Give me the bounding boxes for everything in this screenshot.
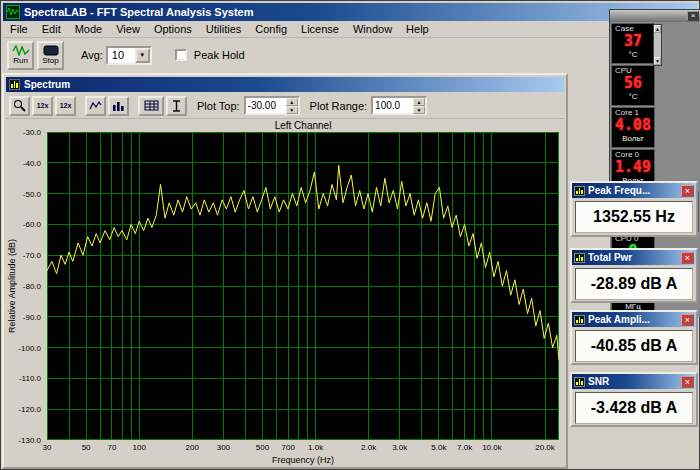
x-tick-label: 50 <box>82 443 91 452</box>
chevron-down-icon[interactable]: ▼ <box>135 48 150 63</box>
close-icon[interactable]: × <box>681 252 694 264</box>
menu-utilities[interactable]: Utilities <box>199 21 248 37</box>
x-tick-label: 10.0k <box>482 443 502 452</box>
i-beam-icon <box>172 100 181 112</box>
meter-titlebar[interactable]: Peak Frequ... × <box>572 183 696 198</box>
y-tick-label: -60.0 <box>23 220 41 229</box>
spin-down-icon[interactable]: ▼ <box>413 106 425 114</box>
menu-edit[interactable]: Edit <box>35 21 68 37</box>
y-tick-label: -30.0 <box>23 128 41 137</box>
avg-value: 10 <box>108 49 135 61</box>
spectrum-plot[interactable] <box>47 132 559 440</box>
line-chart-icon <box>89 100 102 111</box>
monitor-cell-core1-volt: Core 1 4.08 Вольт <box>611 107 655 148</box>
close-icon[interactable]: × <box>681 376 694 388</box>
y-tick-label: -50.0 <box>23 190 41 199</box>
spectrum-toolbar: 12x 12x Plot Top: ▲ ▼ <box>6 93 564 119</box>
menu-window[interactable]: Window <box>346 21 399 37</box>
menu-options[interactable]: Options <box>147 21 199 37</box>
meter-titlebar[interactable]: Total Pwr × <box>572 250 696 265</box>
meter-icon <box>574 315 585 325</box>
zoom-y-button[interactable]: 12x <box>55 96 76 116</box>
monitor-scrollbar[interactable]: ▲ ▼ <box>653 24 662 66</box>
meter-titlebar[interactable]: SNR × <box>572 374 696 389</box>
y-tick-label: -70.0 <box>23 251 41 260</box>
plot-top-input[interactable] <box>246 98 286 113</box>
toolbar-separator <box>131 97 136 115</box>
stop-button[interactable]: Stop <box>37 41 64 70</box>
menu-config[interactable]: Config <box>248 21 294 37</box>
channel-label: Left Channel <box>47 120 559 131</box>
app-titlebar[interactable]: SpectraLAB - FFT Spectral Analysis Syste… <box>3 3 697 21</box>
x-tick-label: 70 <box>107 443 116 452</box>
meter-icon <box>574 253 585 263</box>
meter-total-power: Total Pwr × -28.89 dB A <box>570 248 698 303</box>
meter-peak-amplitude: Peak Ampli... × -40.85 dB A <box>570 310 698 365</box>
monitor-titlebar[interactable]: × <box>610 10 700 22</box>
peak-hold-checkbox[interactable] <box>175 49 187 61</box>
spin-up-icon[interactable]: ▲ <box>286 98 298 106</box>
spin-down-icon[interactable]: ▼ <box>286 106 298 114</box>
arrow-up-icon[interactable]: ▲ <box>654 25 661 33</box>
y-tick-label: -120.0 <box>18 405 41 414</box>
y-tick-label: -80.0 <box>23 282 41 291</box>
plot-top-label: Plot Top: <box>197 100 240 112</box>
peak-hold-label: Peak Hold <box>194 49 245 61</box>
line-plot-button[interactable] <box>85 96 106 116</box>
y-tick-label: -100.0 <box>18 344 41 353</box>
menu-license[interactable]: License <box>294 21 346 37</box>
grid-view-button[interactable] <box>138 96 164 116</box>
menu-help[interactable]: Help <box>399 21 436 37</box>
x-tick-label: 700 <box>282 443 295 452</box>
x-tick-label: 200 <box>186 443 199 452</box>
menu-file[interactable]: File <box>3 21 35 37</box>
menubar: File Edit Mode View Options Utilities Co… <box>3 21 697 38</box>
monitor-cell-case-temp: Case 37 °C <box>611 23 655 64</box>
arrow-down-icon[interactable]: ▼ <box>654 57 661 65</box>
close-icon[interactable]: × <box>681 185 694 197</box>
cursor-button[interactable] <box>166 96 187 116</box>
toolbar-separator <box>78 97 83 115</box>
meter-titlebar[interactable]: Peak Ampli... × <box>572 312 696 327</box>
spectrum-titlebar[interactable]: Spectrum <box>6 77 564 92</box>
menu-mode[interactable]: Mode <box>68 21 110 37</box>
close-icon[interactable]: × <box>681 314 694 326</box>
app-icon <box>6 5 20 19</box>
x-tick-label: 500 <box>256 443 269 452</box>
monitor-cell-cpu-temp: CPU 56 °C <box>611 65 655 106</box>
avg-label: Avg: <box>81 49 103 61</box>
run-button[interactable]: Run <box>7 41 34 70</box>
meter-display: -28.89 dB A <box>575 268 693 300</box>
plot-top-spinbox: ▲ ▼ <box>244 96 300 115</box>
close-icon[interactable]: × <box>687 11 699 21</box>
x-tick-label: 20.0k <box>535 443 555 452</box>
y-tick-label: -110.0 <box>19 374 41 383</box>
grid-icon <box>144 100 159 111</box>
stop-icon <box>43 45 59 56</box>
y-tick-label: -40.0 <box>23 159 41 168</box>
avg-combobox[interactable]: 10 ▼ <box>106 46 152 65</box>
x-tick-label: 1.0k <box>308 443 323 452</box>
main-toolbar: Run Stop Avg: 10 ▼ Peak Hold <box>3 39 249 71</box>
y-axis-ticks: -30.0-40.0-50.0-60.0-70.0-80.0-90.0-100.… <box>4 75 45 470</box>
x-tick-label: 3.0k <box>392 443 407 452</box>
plot-range-spinbox: ▲ ▼ <box>371 96 427 115</box>
bar-plot-button[interactable] <box>108 96 129 116</box>
spin-up-icon[interactable]: ▲ <box>413 98 425 106</box>
spectrum-window: Spectrum 12x 12x Plot Top: <box>2 73 568 469</box>
app-title: SpectraLAB - FFT Spectral Analysis Syste… <box>24 6 253 18</box>
x-tick-label: 300 <box>217 443 230 452</box>
plot-range-input[interactable] <box>373 98 413 113</box>
x-tick-label: 5.0k <box>431 443 446 452</box>
bar-chart-icon <box>112 100 125 111</box>
menu-view[interactable]: View <box>109 21 147 37</box>
x-axis-ticks: 3050701002003005007001.0k2.0k3.0k5.0k7.0… <box>4 443 570 455</box>
meter-icon <box>574 377 585 387</box>
meter-snr: SNR × -3.428 dB A <box>570 372 698 427</box>
x-tick-label: 7.0k <box>457 443 472 452</box>
y-tick-label: -90.0 <box>23 313 41 322</box>
spectralab-window: SpectraLAB - FFT Spectral Analysis Syste… <box>0 0 700 470</box>
plot-range-label: Plot Range: <box>310 100 367 112</box>
spectrum-trace <box>47 132 559 440</box>
waveform-icon <box>12 45 30 56</box>
